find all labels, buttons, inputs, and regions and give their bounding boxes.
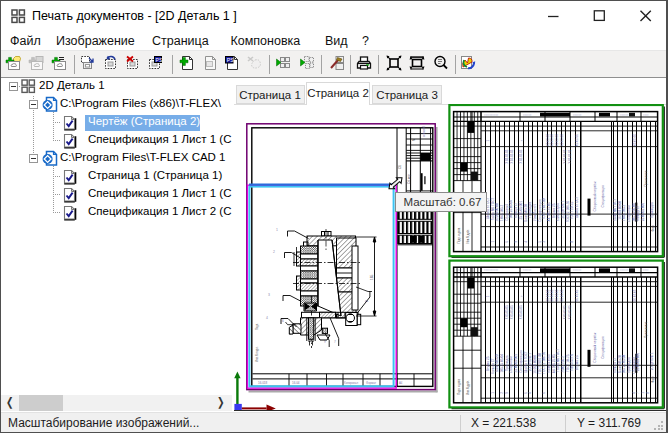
svg-text:7.045.105.2: 7.045.105.2 <box>623 204 627 221</box>
svg-text:Х 05.05.05: Х 05.05.05 <box>519 149 523 163</box>
svg-text:25.05.05.001: 25.05.05.001 <box>514 354 518 373</box>
svg-text:Гайка М6 ГОСТ: Гайка М6 ГОСТ <box>491 198 495 221</box>
svg-text:16.018: 16.018 <box>258 381 268 385</box>
svg-text:7.045.105.2: 7.045.105.2 <box>561 356 565 373</box>
svg-text:2D Деталь 1: 2D Деталь 1 <box>561 200 565 218</box>
svg-text:Кольцо СТ: Кольцо СТ <box>637 205 641 221</box>
svg-text:05.05.05: 05.05.05 <box>555 289 559 301</box>
svg-text:25.05.05.001: 25.05.05.001 <box>641 203 645 222</box>
svg-text:Подп.: Подп. <box>255 323 259 330</box>
svg-text:Инв.N дубл.: Инв.N дубл. <box>467 380 471 395</box>
svg-text:05.05.05: 05.05.05 <box>575 289 579 301</box>
svg-text:censored: censored <box>422 126 426 137</box>
svg-text:Х 05.05.05: Х 05.05.05 <box>510 149 514 163</box>
svg-text:Болт М6х20: Болт М6х20 <box>618 355 622 373</box>
svg-text:Втулка 25: Втулка 25 <box>575 355 579 370</box>
svg-text:Х 05.05.05: Х 05.05.05 <box>563 149 567 163</box>
svg-text:Шайба 6 ГОСТ: Шайба 6 ГОСТ <box>524 351 528 373</box>
svg-text:Сборочный чертёж: Сборочный чертёж <box>593 332 597 363</box>
svg-text:СБ: СБ <box>398 165 402 169</box>
svg-text:185: 185 <box>370 274 374 280</box>
svg-text:Прокладка: Прокладка <box>505 355 509 371</box>
svg-text:Х 05.05.05: Х 05.05.05 <box>505 305 509 319</box>
svg-text:≈≈≈≈: ≈≈≈≈ <box>643 269 649 272</box>
svg-text:PS: PS <box>226 57 233 63</box>
svg-text:Изм.Лист.N: Изм.Лист.N <box>533 203 537 220</box>
svg-text:Сборочный: Сборочный <box>632 357 636 374</box>
svg-text:Спецификация: Спецификация <box>601 336 605 359</box>
svg-text:7: 7 <box>334 340 336 344</box>
svg-text:05.05.05: 05.05.05 <box>551 134 555 146</box>
svg-text:05.05.05: 05.05.05 <box>575 134 579 146</box>
svg-text:05.05.05: 05.05.05 <box>551 289 555 301</box>
svg-text:≈≈≈≈: ≈≈≈≈ <box>643 114 649 117</box>
svg-text:2D Деталь 1: 2D Деталь 1 <box>651 352 655 370</box>
svg-text:≈≈≈≈≈≈≈≈≈≈: ≈≈≈≈≈≈≈≈≈≈ <box>484 269 499 272</box>
svg-text:Х 05.05.05: Х 05.05.05 <box>563 305 567 319</box>
svg-text:≈≈≈≈≈≈≈≈≈≈: ≈≈≈≈≈≈≈≈≈≈ <box>484 114 499 117</box>
svg-text:105.25.05.04: 105.25.05.04 <box>632 203 636 222</box>
svg-text:Инв.N подл.: Инв.N подл. <box>255 346 259 362</box>
svg-text:16.018.00.00: 16.018.00.00 <box>618 201 622 220</box>
svg-text:Болт М6х20: Болт М6х20 <box>524 204 528 222</box>
svg-text:Шайба 6 ГОСТ: Шайба 6 ГОСТ <box>575 196 579 218</box>
svg-text:А4.105.25.05: А4.105.25.05 <box>547 202 551 221</box>
svg-text:ГОСТ 10-75: ГОСТ 10-75 <box>571 202 575 219</box>
svg-text:2D Деталь 1: 2D Деталь 1 <box>529 353 533 371</box>
svg-text:≈≈≈≈≈≈: ≈≈≈≈≈≈ <box>620 269 629 272</box>
svg-text:PS: PS <box>155 57 162 63</box>
svg-text:Сборочный: Сборочный <box>627 205 631 222</box>
svg-text:Втулка 25: Втулка 25 <box>486 356 490 371</box>
svg-text:Х 05.05.05: Х 05.05.05 <box>568 149 572 163</box>
svg-text:Сб.чер: Сб.чер <box>407 174 411 184</box>
svg-text:25.05.05.001: 25.05.05.001 <box>519 201 523 220</box>
svg-text:Гайка М6 ГОСТ: Гайка М6 ГОСТ <box>557 349 561 372</box>
svg-text:ГОСТ 2.106-96: ГОСТ 2.106-96 <box>566 200 570 222</box>
svg-text:25.05.05.001: 25.05.05.001 <box>637 353 641 372</box>
svg-text:Гайка М6 ГОСТ: Гайка М6 ГОСТ <box>613 199 617 222</box>
svg-text:Примечание: Примечание <box>645 321 649 338</box>
svg-text:Х 05.05.05: Х 05.05.05 <box>510 305 514 319</box>
svg-text:Кольцо СТ: Кольцо СТ <box>514 202 518 218</box>
svg-text:Кольцо СТ: Кольцо СТ <box>613 357 617 373</box>
svg-text:Изм.Лист.N: Изм.Лист.N <box>571 353 575 370</box>
svg-text:N: N <box>412 139 416 141</box>
svg-text:≈≈≈≈≈≈: ≈≈≈≈≈≈ <box>523 269 532 272</box>
svg-text:Прокладка: Прокладка <box>529 201 533 217</box>
svg-text:Копировал: Копировал <box>344 381 358 385</box>
svg-text:≈≈≈≈≈≈: ≈≈≈≈≈≈ <box>573 269 582 272</box>
svg-text:A4: A4 <box>399 381 403 385</box>
svg-text:А4.105.25.05: А4.105.25.05 <box>552 354 556 373</box>
svg-text:3: 3 <box>268 293 270 297</box>
svg-text:Прокладка: Прокладка <box>651 202 655 218</box>
svg-text:16.018.00.00: 16.018.00.00 <box>533 355 537 374</box>
svg-text:Кольцо СТ: Кольцо СТ <box>491 358 495 374</box>
svg-text:Х 05.05.05: Х 05.05.05 <box>519 305 523 319</box>
svg-text:16.018.00.00: 16.018.00.00 <box>496 203 500 222</box>
svg-text:Формат: Формат <box>366 381 377 385</box>
svg-text:ГОСТ 2897-80: ГОСТ 2897-80 <box>543 198 547 219</box>
svg-text:05.05.05: 05.05.05 <box>555 134 559 146</box>
svg-text:05.05.05: 05.05.05 <box>633 134 637 146</box>
svg-text:Колесо зубч: Колесо зубч <box>557 203 561 221</box>
svg-text:Втулка 25: Втулка 25 <box>552 203 556 218</box>
svg-text:4: 4 <box>266 316 268 320</box>
svg-text:05.05.05: 05.05.05 <box>546 134 550 146</box>
svg-text:05.05.05: 05.05.05 <box>560 134 564 146</box>
svg-text:ГОСТ 2.106-96: ГОСТ 2.106-96 <box>543 352 547 374</box>
svg-text:Спецификация: Спецификация <box>519 350 523 373</box>
svg-text:ГОСТ 10-75: ГОСТ 10-75 <box>566 354 570 371</box>
svg-text:Х 05.05.05: Х 05.05.05 <box>568 305 572 319</box>
svg-text:Примечание: Примечание <box>645 170 649 187</box>
svg-text:05.05.05: 05.05.05 <box>633 289 637 301</box>
svg-text:Форм: Форм <box>652 376 656 383</box>
svg-text:Колесо зубч: Колесо зубч <box>547 354 551 372</box>
svg-text:Инв.N дубл.: Инв.N дубл. <box>467 228 471 243</box>
svg-text:Прокладка: Прокладка <box>627 357 631 373</box>
svg-text:7.045.105.2: 7.045.105.2 <box>500 204 504 221</box>
svg-text:≈≈≈≈≈≈: ≈≈≈≈≈≈ <box>523 114 532 117</box>
svg-text:2: 2 <box>273 250 275 254</box>
svg-text:05.05.05: 05.05.05 <box>546 289 550 301</box>
svg-text:Форм: Форм <box>652 225 656 232</box>
svg-text:Подп. и дата: Подп. и дата <box>458 227 462 243</box>
